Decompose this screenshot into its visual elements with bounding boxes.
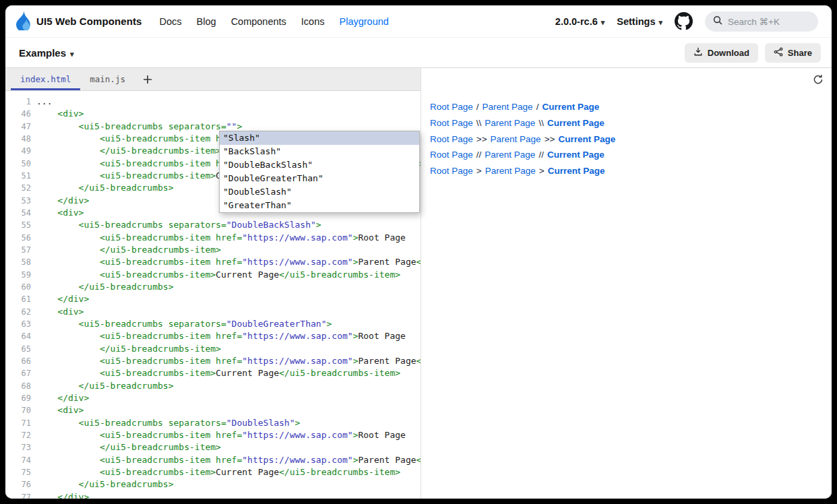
- home-link[interactable]: UI5 Web Components: [16, 10, 142, 33]
- nav-item-docs[interactable]: Docs: [160, 16, 182, 27]
- autocomplete-option[interactable]: "GreaterThan": [220, 199, 419, 212]
- code-line: 62 <div>: [5, 306, 421, 318]
- nav-item-icons[interactable]: Icons: [301, 16, 325, 27]
- line-number: 71: [5, 417, 31, 429]
- breadcrumb-separator: >: [539, 166, 545, 176]
- breadcrumb-current[interactable]: Current Page: [558, 134, 615, 144]
- line-content: </ui5-breadcrumbs>: [36, 281, 174, 293]
- line-content: <ui5-breadcrumbs-item href="https://www.…: [36, 454, 421, 466]
- breadcrumb-link[interactable]: Root Page: [430, 118, 473, 128]
- code-line: 72 <ui5-breadcrumbs-item href="https://w…: [5, 429, 421, 441]
- line-number: 50: [5, 158, 31, 170]
- examples-dropdown[interactable]: Examples: [19, 47, 74, 59]
- breadcrumb-current[interactable]: Current Page: [547, 150, 604, 160]
- search-input[interactable]: Search ⌘+K: [705, 11, 818, 32]
- editor-tabs: index.htmlmain.js: [11, 68, 135, 90]
- line-number: 48: [5, 133, 31, 145]
- line-number: 59: [5, 269, 31, 281]
- autocomplete-option[interactable]: "BackSlash": [220, 145, 419, 158]
- line-number: 73: [5, 441, 31, 453]
- line-number: 52: [5, 182, 31, 194]
- line-number: 61: [5, 293, 31, 305]
- line-content: <ui5-breadcrumbs separators="DoubleBackS…: [36, 219, 321, 231]
- breadcrumb-link[interactable]: Parent Page: [483, 102, 533, 112]
- autocomplete-option[interactable]: "DoubleSlash": [220, 185, 419, 199]
- line-content: </ui5-breadcrumbs-item>: [36, 441, 221, 453]
- nav-item-components[interactable]: Components: [231, 16, 286, 27]
- code-line: 67 <ui5-breadcrumbs-item>Current Page</u…: [5, 367, 421, 379]
- line-number: 60: [5, 281, 31, 293]
- autocomplete-popup: "Slash""BackSlash""DoubleBackSlash""Doub…: [219, 131, 420, 213]
- chevron-down-icon: [70, 47, 74, 59]
- breadcrumb-current[interactable]: Current Page: [548, 166, 605, 176]
- line-content: </ui5-breadcrumbs-item>: [36, 145, 221, 157]
- line-number: 65: [5, 343, 31, 355]
- nav-item-blog[interactable]: Blog: [197, 16, 216, 27]
- code-line: 57 </ui5-breadcrumbs-item>: [5, 244, 421, 256]
- breadcrumb-link[interactable]: Parent Page: [485, 166, 536, 176]
- settings-label: Settings: [617, 16, 655, 27]
- editor-tabbar: index.htmlmain.js: [5, 68, 421, 91]
- download-button[interactable]: Download: [685, 43, 758, 63]
- breadcrumb-separator: //: [476, 150, 482, 160]
- tab-main.js[interactable]: main.js: [80, 68, 135, 90]
- code-line: 75 <ui5-breadcrumbs-item>Current Page</u…: [5, 466, 421, 478]
- tab-index.html[interactable]: index.html: [11, 68, 80, 90]
- app-window: UI5 Web Components DocsBlogComponentsIco…: [5, 5, 832, 499]
- search-icon: [713, 15, 722, 28]
- breadcrumb-current[interactable]: Current Page: [542, 102, 599, 112]
- line-content: <div>: [36, 404, 84, 416]
- line-number: 75: [5, 466, 31, 478]
- breadcrumb-separator: //: [538, 150, 544, 160]
- line-number: 57: [5, 244, 31, 256]
- version-dropdown[interactable]: 2.0.0-rc.6: [555, 16, 604, 27]
- line-content: ...: [36, 96, 52, 108]
- nav-item-playground[interactable]: Playground: [340, 16, 389, 27]
- breadcrumb-link[interactable]: Parent Page: [485, 118, 535, 128]
- code-line: 55 <ui5-breadcrumbs separators="DoubleBa…: [5, 219, 421, 231]
- code-line: 76 </ui5-breadcrumbs>: [5, 478, 421, 491]
- line-number: 70: [5, 404, 31, 416]
- breadcrumb-current[interactable]: Current Page: [547, 118, 604, 128]
- line-number: 46: [5, 108, 31, 120]
- breadcrumb-link[interactable]: Root Page: [430, 134, 473, 144]
- refresh-button[interactable]: [813, 74, 824, 85]
- line-number: 49: [5, 145, 31, 157]
- line-content: </ui5-breadcrumbs>: [36, 478, 174, 491]
- code-line: 66 <ui5-breadcrumbs-item href="https://w…: [5, 355, 421, 367]
- breadcrumb-link[interactable]: Root Page: [430, 150, 473, 160]
- settings-dropdown[interactable]: Settings: [617, 16, 662, 27]
- github-icon[interactable]: [675, 12, 693, 30]
- line-number: 54: [5, 207, 31, 219]
- breadcrumb-link[interactable]: Root Page: [430, 166, 473, 176]
- autocomplete-option[interactable]: "Slash": [220, 131, 419, 145]
- breadcrumb-link[interactable]: Root Page: [430, 102, 473, 112]
- code-line: 71 <ui5-breadcrumbs separators="DoubleSl…: [5, 417, 421, 429]
- version-label: 2.0.0-rc.6: [555, 16, 598, 27]
- add-file-button[interactable]: [135, 68, 160, 90]
- line-number: 77: [5, 491, 31, 499]
- share-button[interactable]: Share: [765, 43, 821, 63]
- download-label: Download: [708, 48, 749, 58]
- line-number: 56: [5, 232, 31, 244]
- line-content: <div>: [36, 108, 84, 120]
- code-line: 46 <div>: [5, 108, 421, 120]
- code-line: 56 <ui5-breadcrumbs-item href="https://w…: [5, 232, 421, 244]
- line-number: 58: [5, 256, 31, 268]
- breadcrumb-separator: >>: [476, 134, 487, 144]
- share-label: Share: [788, 48, 812, 58]
- line-content: </ui5-breadcrumbs>: [36, 380, 174, 392]
- autocomplete-option[interactable]: "DoubleGreaterThan": [220, 172, 419, 185]
- brand-title: UI5 Web Components: [36, 15, 142, 27]
- breadcrumb-link[interactable]: Parent Page: [485, 150, 535, 160]
- breadcrumb-separator: >>: [545, 134, 555, 144]
- line-number: 63: [5, 318, 31, 330]
- line-number: 76: [5, 478, 31, 491]
- breadcrumb-link[interactable]: Parent Page: [491, 134, 541, 144]
- line-number: 74: [5, 454, 31, 466]
- line-number: 66: [5, 355, 31, 367]
- autocomplete-option[interactable]: "DoubleBackSlash": [220, 158, 419, 172]
- line-number: 69: [5, 392, 31, 404]
- line-number: 67: [5, 367, 31, 379]
- download-icon: [693, 46, 703, 59]
